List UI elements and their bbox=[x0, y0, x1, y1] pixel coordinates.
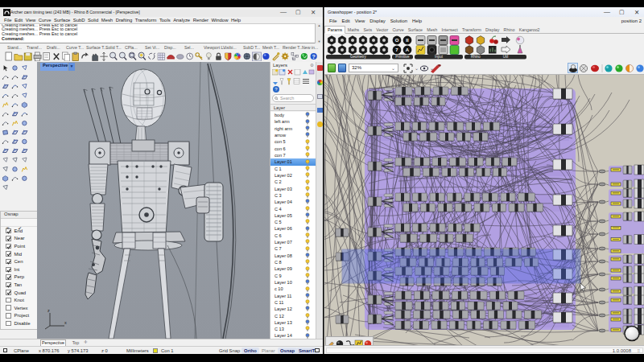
svg-text:A: A bbox=[406, 47, 410, 52]
svg-text:⌄: ⌄ bbox=[415, 66, 419, 71]
svg-text:Geometry: Geometry bbox=[350, 55, 367, 59]
svg-text:z: z bbox=[47, 308, 50, 313]
svg-text:Util: Util bbox=[503, 55, 509, 59]
svg-text:O: O bbox=[395, 38, 399, 43]
svg-text:II: II bbox=[406, 38, 409, 43]
svg-text:?: ? bbox=[312, 54, 316, 60]
svg-text:Rhino: Rhino bbox=[471, 55, 481, 59]
svg-text:Input: Input bbox=[435, 55, 444, 59]
svg-text:x: x bbox=[64, 320, 67, 325]
svg-text:Primitive: Primitive bbox=[395, 55, 410, 59]
